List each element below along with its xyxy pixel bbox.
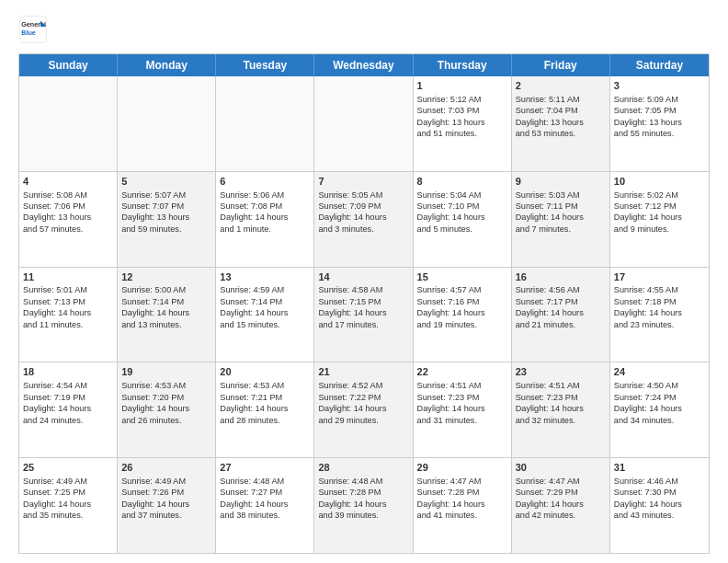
calendar-cell: 30Sunrise: 4:47 AMSunset: 7:29 PMDayligh… (512, 458, 610, 553)
day-info: Daylight: 14 hours (220, 499, 310, 510)
calendar-cell: 26Sunrise: 4:49 AMSunset: 7:26 PMDayligh… (118, 458, 216, 553)
day-number: 29 (417, 461, 507, 475)
day-info: Daylight: 13 hours (23, 212, 113, 223)
day-info: Sunset: 7:08 PM (220, 201, 310, 212)
day-info: Sunrise: 5:03 AM (516, 190, 606, 201)
weekday-header: Monday (118, 54, 216, 76)
calendar-cell (19, 76, 118, 171)
day-info: Daylight: 14 hours (614, 307, 705, 318)
calendar-row: 11Sunrise: 5:01 AMSunset: 7:13 PMDayligh… (19, 268, 709, 363)
day-info: Daylight: 14 hours (516, 307, 606, 318)
day-number: 6 (220, 175, 310, 189)
day-info: and 31 minutes. (417, 415, 507, 426)
day-number: 10 (614, 175, 705, 189)
day-info: and 34 minutes. (614, 415, 705, 426)
day-info: Daylight: 14 hours (318, 307, 408, 318)
day-number: 1 (417, 79, 507, 93)
day-number: 14 (318, 270, 408, 284)
day-info: Sunrise: 4:48 AM (318, 476, 408, 487)
day-info: Daylight: 14 hours (121, 499, 211, 510)
day-info: and 28 minutes. (220, 415, 310, 426)
day-number: 28 (318, 461, 408, 475)
day-number: 27 (220, 461, 310, 475)
day-info: Sunrise: 4:48 AM (220, 476, 310, 487)
day-info: Sunset: 7:18 PM (614, 296, 705, 307)
day-number: 5 (121, 175, 211, 189)
weekday-header: Thursday (414, 54, 512, 76)
calendar-cell: 2Sunrise: 5:11 AMSunset: 7:04 PMDaylight… (512, 76, 610, 171)
calendar-cell: 18Sunrise: 4:54 AMSunset: 7:19 PMDayligh… (19, 362, 118, 457)
day-info: Sunset: 7:28 PM (318, 487, 408, 498)
day-info: Daylight: 14 hours (417, 307, 507, 318)
day-info: and 23 minutes. (614, 319, 705, 330)
day-number: 17 (614, 270, 705, 284)
day-info: Sunrise: 4:47 AM (417, 476, 507, 487)
day-info: and 9 minutes. (614, 224, 705, 235)
day-info: Sunset: 7:15 PM (318, 296, 408, 307)
day-info: and 26 minutes. (121, 415, 211, 426)
day-info: Sunrise: 5:00 AM (121, 284, 211, 295)
day-info: Sunrise: 5:08 AM (23, 190, 113, 201)
weekday-header: Friday (512, 54, 610, 76)
day-number: 2 (516, 79, 606, 93)
day-info: Daylight: 14 hours (121, 307, 211, 318)
logo: General Blue (18, 15, 51, 44)
day-info: Sunrise: 5:02 AM (614, 190, 705, 201)
day-number: 9 (516, 175, 606, 189)
day-info: Daylight: 13 hours (516, 117, 606, 128)
header: General Blue (18, 15, 710, 44)
day-number: 15 (417, 270, 507, 284)
day-info: Daylight: 14 hours (220, 403, 310, 414)
day-info: Sunrise: 4:57 AM (417, 284, 507, 295)
calendar-body: 1Sunrise: 5:12 AMSunset: 7:03 PMDaylight… (19, 76, 709, 553)
day-info: Sunrise: 4:51 AM (516, 380, 606, 391)
day-info: Daylight: 14 hours (614, 403, 705, 414)
day-info: Sunset: 7:16 PM (417, 296, 507, 307)
day-info: and 59 minutes. (121, 224, 211, 235)
day-info: and 21 minutes. (516, 319, 606, 330)
day-info: and 38 minutes. (220, 510, 310, 521)
calendar-cell (314, 76, 413, 171)
day-info: and 11 minutes. (23, 319, 113, 330)
day-info: and 41 minutes. (417, 510, 507, 521)
day-info: Sunrise: 5:04 AM (417, 190, 507, 201)
day-info: and 51 minutes. (417, 128, 507, 139)
calendar-cell: 22Sunrise: 4:51 AMSunset: 7:23 PMDayligh… (414, 362, 512, 457)
day-info: Daylight: 14 hours (318, 212, 408, 223)
day-info: Sunrise: 5:06 AM (220, 190, 310, 201)
day-info: Daylight: 14 hours (417, 212, 507, 223)
calendar-cell: 17Sunrise: 4:55 AMSunset: 7:18 PMDayligh… (610, 268, 709, 362)
day-info: Sunset: 7:25 PM (23, 487, 113, 498)
calendar-cell (118, 76, 216, 171)
calendar-cell: 19Sunrise: 4:53 AMSunset: 7:20 PMDayligh… (118, 362, 216, 457)
day-info: Sunset: 7:07 PM (121, 201, 211, 212)
day-info: Sunset: 7:27 PM (220, 487, 310, 498)
day-number: 12 (121, 270, 211, 284)
day-info: Sunset: 7:06 PM (23, 201, 113, 212)
day-info: and 42 minutes. (516, 510, 606, 521)
calendar-cell: 10Sunrise: 5:02 AMSunset: 7:12 PMDayligh… (610, 172, 709, 267)
day-info: Sunrise: 4:47 AM (516, 476, 606, 487)
calendar-cell: 13Sunrise: 4:59 AMSunset: 7:14 PMDayligh… (216, 268, 314, 362)
day-number: 23 (516, 365, 606, 379)
day-number: 31 (614, 461, 705, 475)
day-info: Sunrise: 5:01 AM (23, 284, 113, 295)
day-info: Daylight: 14 hours (220, 212, 310, 223)
calendar-cell: 23Sunrise: 4:51 AMSunset: 7:23 PMDayligh… (512, 362, 610, 457)
day-number: 8 (417, 175, 507, 189)
day-info: and 1 minute. (220, 224, 310, 235)
day-info: Sunset: 7:28 PM (417, 487, 507, 498)
day-info: and 5 minutes. (417, 224, 507, 235)
day-info: Daylight: 13 hours (614, 117, 705, 128)
day-info: Sunset: 7:17 PM (516, 296, 606, 307)
day-info: Sunrise: 5:09 AM (614, 94, 705, 105)
calendar-row: 4Sunrise: 5:08 AMSunset: 7:06 PMDaylight… (19, 172, 709, 268)
day-info: Sunset: 7:04 PM (516, 105, 606, 116)
weekday-header: Wednesday (314, 54, 413, 76)
svg-text:Blue: Blue (21, 29, 36, 37)
day-info: Sunset: 7:14 PM (220, 296, 310, 307)
day-number: 11 (23, 270, 113, 284)
calendar-cell: 5Sunrise: 5:07 AMSunset: 7:07 PMDaylight… (118, 172, 216, 267)
day-info: Daylight: 14 hours (318, 499, 408, 510)
day-info: and 13 minutes. (121, 319, 211, 330)
